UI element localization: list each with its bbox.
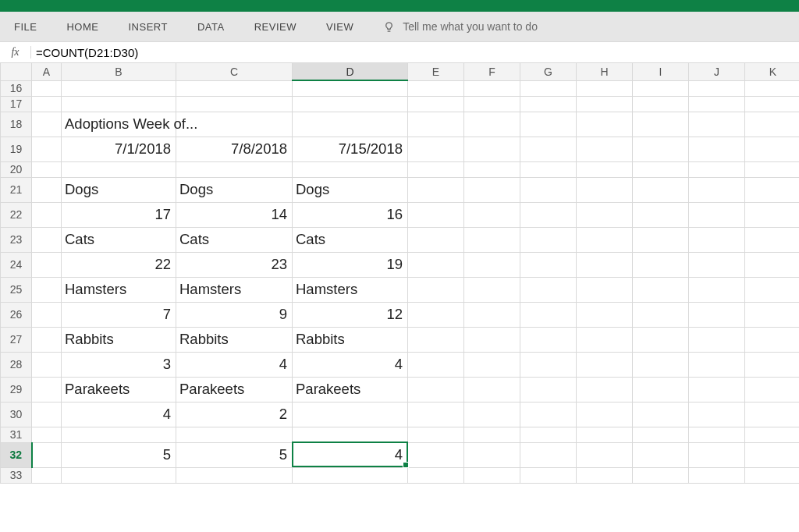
cell-A32[interactable]: [32, 442, 62, 467]
cell-G17[interactable]: [520, 96, 577, 112]
cell-K22[interactable]: [745, 202, 800, 227]
cell-F19[interactable]: [464, 137, 520, 161]
cell-C26[interactable]: 9: [176, 302, 293, 327]
cell-D29[interactable]: Parakeets: [293, 377, 408, 402]
worksheet-grid[interactable]: ABCDEFGHIJK 161718Adoptions Week of...19…: [0, 63, 799, 484]
cell-B32[interactable]: 5: [62, 442, 176, 467]
cell-E19[interactable]: [408, 137, 464, 161]
cell-K31[interactable]: [745, 427, 800, 442]
cell-E30[interactable]: [408, 402, 464, 427]
cell-A30[interactable]: [32, 402, 62, 427]
cell-C30[interactable]: 2: [176, 402, 293, 427]
cell-K18[interactable]: [745, 112, 800, 137]
col-header-C[interactable]: C: [176, 63, 293, 80]
cell-G21[interactable]: [520, 177, 577, 202]
cell-F28[interactable]: [464, 352, 520, 377]
tab-home[interactable]: HOME: [66, 21, 98, 33]
cell-K32[interactable]: [745, 442, 800, 467]
cell-I18[interactable]: [633, 112, 689, 137]
cell-B31[interactable]: [62, 427, 176, 442]
cell-F24[interactable]: [464, 252, 520, 277]
cell-D24[interactable]: 19: [293, 252, 408, 277]
cell-D18[interactable]: [293, 112, 408, 137]
row-header-29[interactable]: 29: [1, 377, 32, 402]
cell-B17[interactable]: [62, 96, 176, 112]
cell-A28[interactable]: [32, 352, 62, 377]
cell-H30[interactable]: [577, 402, 633, 427]
col-header-G[interactable]: G: [520, 63, 577, 80]
row-header-23[interactable]: 23: [1, 227, 32, 252]
cell-H24[interactable]: [577, 252, 633, 277]
cell-J26[interactable]: [689, 302, 745, 327]
cell-G25[interactable]: [520, 277, 577, 302]
cell-K28[interactable]: [745, 352, 800, 377]
cell-I31[interactable]: [633, 427, 689, 442]
cell-G33[interactable]: [520, 467, 577, 483]
cell-J20[interactable]: [689, 161, 745, 177]
cell-F23[interactable]: [464, 227, 520, 252]
cell-A19[interactable]: [32, 137, 62, 161]
cell-J21[interactable]: [689, 177, 745, 202]
cell-I27[interactable]: [633, 327, 689, 352]
cell-A21[interactable]: [32, 177, 62, 202]
cell-D16[interactable]: [293, 80, 408, 96]
row-header-25[interactable]: 25: [1, 277, 32, 302]
cell-A31[interactable]: [32, 427, 62, 442]
cell-F29[interactable]: [464, 377, 520, 402]
cell-E23[interactable]: [408, 227, 464, 252]
cell-H28[interactable]: [577, 352, 633, 377]
cell-H26[interactable]: [577, 302, 633, 327]
cell-K33[interactable]: [745, 467, 800, 483]
cell-H29[interactable]: [577, 377, 633, 402]
cell-E20[interactable]: [408, 161, 464, 177]
row-header-30[interactable]: 30: [1, 402, 32, 427]
cell-K19[interactable]: [745, 137, 800, 161]
cell-H23[interactable]: [577, 227, 633, 252]
cell-B19[interactable]: 7/1/2018: [62, 137, 176, 161]
row-header-22[interactable]: 22: [1, 202, 32, 227]
col-header-K[interactable]: K: [745, 63, 800, 80]
cell-I22[interactable]: [633, 202, 689, 227]
cell-J19[interactable]: [689, 137, 745, 161]
cell-J23[interactable]: [689, 227, 745, 252]
row-header-24[interactable]: 24: [1, 252, 32, 277]
cell-K29[interactable]: [745, 377, 800, 402]
cell-F22[interactable]: [464, 202, 520, 227]
cell-K17[interactable]: [745, 96, 800, 112]
cell-D33[interactable]: [293, 467, 408, 483]
cell-J29[interactable]: [689, 377, 745, 402]
cell-G24[interactable]: [520, 252, 577, 277]
cell-D22[interactable]: 16: [293, 202, 408, 227]
cell-C32[interactable]: 5: [176, 442, 293, 467]
cell-G23[interactable]: [520, 227, 577, 252]
select-all-corner[interactable]: [1, 63, 32, 80]
cell-G22[interactable]: [520, 202, 577, 227]
cell-C29[interactable]: Parakeets: [176, 377, 293, 402]
cell-K20[interactable]: [745, 161, 800, 177]
cell-J24[interactable]: [689, 252, 745, 277]
cell-H18[interactable]: [577, 112, 633, 137]
col-header-J[interactable]: J: [689, 63, 745, 80]
cell-D28[interactable]: 4: [293, 352, 408, 377]
row-header-18[interactable]: 18: [1, 112, 32, 137]
cell-K26[interactable]: [745, 302, 800, 327]
cell-A23[interactable]: [32, 227, 62, 252]
row-header-28[interactable]: 28: [1, 352, 32, 377]
cell-A20[interactable]: [32, 161, 62, 177]
cell-D20[interactable]: [293, 161, 408, 177]
cell-E26[interactable]: [408, 302, 464, 327]
cell-E32[interactable]: [408, 442, 464, 467]
cell-F20[interactable]: [464, 161, 520, 177]
cell-C27[interactable]: Rabbits: [176, 327, 293, 352]
cell-I20[interactable]: [633, 161, 689, 177]
cell-G27[interactable]: [520, 327, 577, 352]
cell-K16[interactable]: [745, 80, 800, 96]
cell-E31[interactable]: [408, 427, 464, 442]
cell-A24[interactable]: [32, 252, 62, 277]
cell-G32[interactable]: [520, 442, 577, 467]
col-header-I[interactable]: I: [633, 63, 689, 80]
cell-B27[interactable]: Rabbits: [62, 327, 176, 352]
cell-E28[interactable]: [408, 352, 464, 377]
cell-H21[interactable]: [577, 177, 633, 202]
cell-A26[interactable]: [32, 302, 62, 327]
